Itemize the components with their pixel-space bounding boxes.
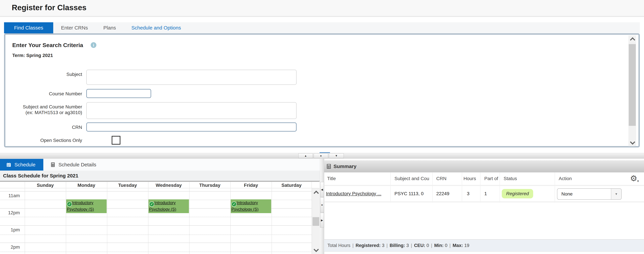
nav-tab-bar: Find Classes Enter CRNs Plans Schedule a… bbox=[4, 22, 640, 33]
time-label-12pm: 12pm bbox=[0, 210, 20, 216]
search-panel-scrollbar[interactable] bbox=[628, 35, 636, 146]
splitter-collapse-right-button[interactable]: ▶ bbox=[320, 213, 324, 228]
day-header-saturday: Saturday bbox=[272, 183, 312, 188]
scrollbar-thumb[interactable] bbox=[629, 44, 636, 126]
hour-line bbox=[0, 225, 312, 226]
column-divider bbox=[500, 172, 500, 203]
grid-line bbox=[148, 182, 148, 254]
calendar-scrollbar[interactable] bbox=[312, 188, 320, 254]
subject-course-label: Subject and Course Number bbox=[5, 104, 82, 110]
col-header-action[interactable]: Action bbox=[559, 176, 572, 181]
row-part-of: 1 bbox=[484, 191, 487, 196]
grid-line bbox=[312, 182, 312, 254]
header-divider bbox=[0, 16, 644, 17]
col-header-subject-course[interactable]: Subject and Cou bbox=[394, 176, 430, 181]
row-subject-course: PSYC 1113, 0 bbox=[394, 191, 431, 196]
tab-plans[interactable]: Plans bbox=[96, 22, 124, 33]
check-icon: ✓ bbox=[149, 202, 154, 207]
col-header-crn[interactable]: CRN bbox=[436, 176, 446, 181]
app-header: Register for Classes bbox=[0, 0, 644, 16]
tab-schedule-and-options[interactable]: Schedule and Options bbox=[124, 22, 189, 33]
term-label: Term: Spring 2021 bbox=[12, 53, 53, 58]
select-arrow-button[interactable]: ▼ bbox=[611, 189, 621, 199]
max-value: 19 bbox=[464, 243, 469, 248]
status-badge: Registered bbox=[502, 189, 533, 198]
min-label: Min: bbox=[434, 243, 444, 248]
ceu-value: 0 bbox=[426, 243, 429, 248]
scroll-up-icon[interactable] bbox=[630, 37, 635, 42]
gear-icon[interactable]: ⚙▼ bbox=[630, 174, 640, 183]
right-triangle-icon: ▶ bbox=[321, 219, 323, 222]
day-header-wednesday: Wednesday bbox=[148, 183, 189, 188]
registered-value: 3 bbox=[382, 243, 384, 248]
column-divider bbox=[555, 172, 555, 203]
action-select[interactable]: None ▼ bbox=[557, 188, 622, 200]
splitter-reset-button[interactable]: ● bbox=[320, 197, 324, 212]
calendar-event-wednesday[interactable]: ✓Introductory Psychology (S) bbox=[148, 199, 189, 213]
hour-line bbox=[0, 243, 312, 243]
grid-line bbox=[107, 182, 107, 254]
schedule-heading-band: Class Schedule for Spring 2021 bbox=[0, 171, 320, 181]
column-divider bbox=[390, 172, 391, 203]
scrollbar-thumb[interactable] bbox=[312, 217, 319, 226]
action-select-value: None bbox=[562, 191, 573, 197]
grid-line bbox=[272, 182, 272, 254]
col-header-hours[interactable]: Hours bbox=[464, 176, 476, 181]
scroll-down-icon[interactable] bbox=[630, 139, 635, 145]
tab-schedule[interactable]: Schedule bbox=[0, 159, 43, 171]
schedule-tab-bar: Schedule Schedule Details bbox=[0, 159, 320, 171]
column-divider bbox=[462, 172, 462, 203]
course-number-input[interactable] bbox=[86, 89, 151, 98]
crn-input[interactable] bbox=[86, 123, 296, 131]
tab-schedule-label: Schedule bbox=[14, 162, 36, 168]
calendar-event-monday[interactable]: ✓Introductory Psychology (S) bbox=[66, 199, 107, 213]
tab-find-classes[interactable]: Find Classes bbox=[4, 22, 53, 33]
col-header-part-of[interactable]: Part of bbox=[484, 176, 498, 181]
day-header-monday: Monday bbox=[66, 183, 107, 188]
subject-course-input[interactable] bbox=[86, 102, 296, 119]
open-sections-label: Open Sections Only bbox=[5, 138, 82, 143]
row-crn: 22249 bbox=[436, 191, 449, 196]
tab-schedule-details[interactable]: Schedule Details bbox=[43, 159, 96, 171]
col-header-title[interactable]: Title bbox=[327, 176, 336, 181]
summary-footer: Total Hours | Registered: 3 | Billing: 3… bbox=[324, 239, 644, 252]
splitter-reset-button[interactable]: ● bbox=[314, 153, 328, 158]
open-sections-checkbox[interactable] bbox=[112, 136, 120, 145]
day-header-friday: Friday bbox=[230, 183, 272, 188]
total-hours-label: Total Hours bbox=[328, 243, 350, 248]
half-hour-line bbox=[0, 252, 312, 252]
splitter-accent bbox=[320, 152, 330, 153]
row-title-link[interactable]: Introductory Psychology ... bbox=[326, 191, 381, 196]
subject-input[interactable] bbox=[86, 70, 296, 85]
summary-icon bbox=[326, 163, 331, 169]
tab-enter-crns[interactable]: Enter CRNs bbox=[53, 22, 96, 33]
splitter-collapse-down-button[interactable]: ▼ bbox=[329, 153, 344, 158]
scroll-up-icon[interactable] bbox=[314, 191, 319, 196]
down-triangle-icon: ▼ bbox=[335, 154, 338, 157]
gear-dropdown-arrow: ▼ bbox=[636, 180, 640, 183]
splitter-collapse-up-button[interactable]: ▲ bbox=[298, 153, 313, 158]
crn-label: CRN bbox=[5, 125, 82, 130]
scroll-down-icon[interactable] bbox=[314, 247, 319, 252]
hour-line bbox=[0, 191, 312, 192]
check-icon: ✓ bbox=[232, 202, 236, 207]
dot-icon: ● bbox=[320, 154, 322, 157]
subject-label: Subject bbox=[5, 72, 82, 77]
splitter-collapse-left-button[interactable]: ◀ bbox=[320, 182, 324, 197]
calendar-event-friday[interactable]: ✓Introductory Psychology (S) bbox=[231, 199, 271, 213]
info-icon[interactable]: i bbox=[91, 42, 96, 48]
row-divider bbox=[324, 185, 644, 186]
ceu-label: CEU: bbox=[414, 243, 425, 248]
schedule-heading: Class Schedule for Spring 2021 bbox=[3, 173, 78, 179]
subject-course-label-hint: (ex: MATH1513 or ag3010) bbox=[5, 110, 82, 115]
day-header-sunday: Sunday bbox=[25, 183, 66, 188]
max-label: Max: bbox=[452, 243, 463, 248]
billing-label: Billing: bbox=[390, 243, 405, 248]
half-hour-line bbox=[0, 217, 312, 217]
summary-header: Summary bbox=[324, 160, 644, 172]
col-header-status[interactable]: Status bbox=[504, 176, 517, 181]
row-divider bbox=[324, 201, 644, 202]
billing-value: 3 bbox=[406, 243, 409, 248]
page-title: Register for Classes bbox=[12, 3, 86, 12]
registered-label: Registered: bbox=[356, 243, 381, 248]
